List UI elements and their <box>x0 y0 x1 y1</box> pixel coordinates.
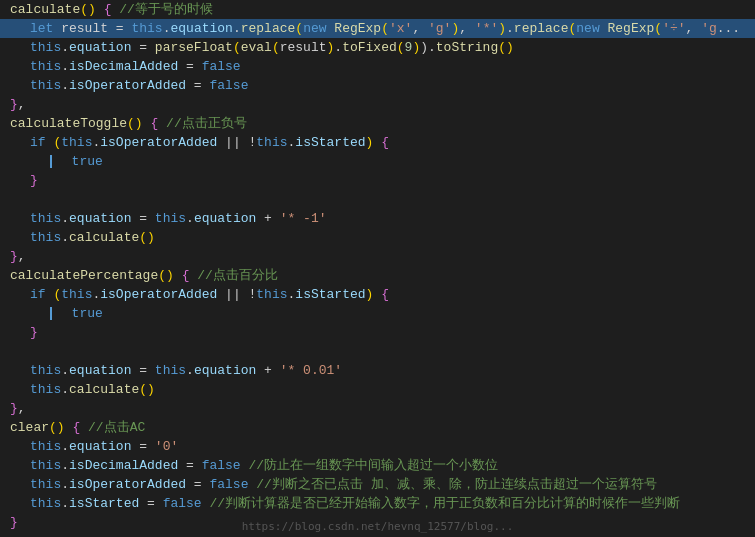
token-fn: parseFloat <box>155 40 233 55</box>
token-prop: isDecimalAdded <box>69 59 178 74</box>
token-plain <box>80 420 88 435</box>
token-plain: . <box>61 382 69 397</box>
token-str: 'g <box>701 21 717 36</box>
token-brace: } <box>10 515 18 530</box>
indent-bar <box>50 155 52 168</box>
token-kw: if <box>30 287 46 302</box>
token-this-kw: this <box>30 40 61 55</box>
token-fn: RegExp <box>608 21 655 36</box>
token-plain: , <box>18 97 26 112</box>
token-plain: || ! <box>217 287 256 302</box>
token-plain: , <box>686 21 702 36</box>
code-line: calculateToggle() { //点击正负号 <box>0 114 755 133</box>
code-line: true <box>0 304 755 323</box>
code-line: let result = this.equation.replace(new R… <box>0 19 755 38</box>
token-plain: = <box>186 78 209 93</box>
token-plain: = <box>178 59 201 74</box>
token-paren: ( <box>233 40 241 55</box>
token-this-kw: this <box>256 135 287 150</box>
token-brace: } <box>10 401 18 416</box>
token-prop: isStarted <box>69 496 139 511</box>
token-bool: true <box>72 306 103 321</box>
token-paren: ( <box>272 40 280 55</box>
token-this-kw: this <box>155 211 186 226</box>
token-plain: = <box>131 211 154 226</box>
token-bool: false <box>163 496 202 511</box>
token-brace: } <box>10 249 18 264</box>
token-fn: calculate <box>10 2 80 17</box>
token-paren: ) <box>498 21 506 36</box>
code-line: this.isOperatorAdded = false //判断之否已点击 加… <box>0 475 755 494</box>
token-plain: , <box>18 249 26 264</box>
token-this-kw: this <box>30 496 61 511</box>
token-plain <box>174 268 182 283</box>
code-line: } <box>0 323 755 342</box>
token-prop: equation <box>69 211 131 226</box>
token-plain: = <box>131 40 154 55</box>
code-line: clear() { //点击AC <box>0 418 755 437</box>
token-this-kw: this <box>30 382 61 397</box>
token-plain: = <box>131 439 154 454</box>
token-str: '*' <box>475 21 498 36</box>
token-fn: RegExp <box>334 21 381 36</box>
token-comment: //点击百分比 <box>197 268 278 283</box>
token-paren: () <box>158 268 174 283</box>
token-plain <box>600 21 608 36</box>
token-prop: isStarted <box>295 287 365 302</box>
code-container: calculate() { //等于号的时候let result = this.… <box>0 0 755 537</box>
token-fn: calculatePercentage <box>10 268 158 283</box>
code-line: calculate() { //等于号的时候 <box>0 0 755 19</box>
token-comment: //判断计算器是否已经开始输入数字，用于正负数和百分比计算的时候作一些判断 <box>209 496 680 511</box>
token-plain <box>56 306 72 321</box>
token-plain: . <box>61 78 69 93</box>
token-brace: } <box>30 325 38 340</box>
token-plain: ... <box>717 21 740 36</box>
token-prop: isOperatorAdded <box>100 287 217 302</box>
token-kw: let <box>30 21 53 36</box>
token-plain <box>56 154 72 169</box>
token-kw: if <box>30 135 46 150</box>
token-plain: || ! <box>217 135 256 150</box>
token-str: '÷' <box>662 21 685 36</box>
token-plain: . <box>61 363 69 378</box>
token-plain: . <box>506 21 514 36</box>
token-plain: result <box>53 21 115 36</box>
code-line: this.equation = '0' <box>0 437 755 456</box>
token-plain: . <box>186 211 194 226</box>
code-line <box>0 342 755 361</box>
token-prop: isStarted <box>295 135 365 150</box>
token-prop: equation <box>69 40 131 55</box>
token-paren: () <box>498 40 514 55</box>
token-str: 'x' <box>389 21 412 36</box>
code-line: }, <box>0 95 755 114</box>
token-kw: new <box>303 21 326 36</box>
token-plain <box>158 116 166 131</box>
token-prop: equation <box>69 439 131 454</box>
token-plain: . <box>61 496 69 511</box>
token-this-kw: this <box>256 287 287 302</box>
token-fn: calculateToggle <box>10 116 127 131</box>
token-paren: () <box>139 230 155 245</box>
token-this-kw: this <box>30 78 61 93</box>
token-comment: //点击AC <box>88 420 145 435</box>
token-plain: . <box>61 458 69 473</box>
code-line: this.equation = this.equation + '* -1' <box>0 209 755 228</box>
token-str: '* 0.01' <box>280 363 342 378</box>
token-this-kw: this <box>61 287 92 302</box>
code-line: if (this.isOperatorAdded || !this.isStar… <box>0 285 755 304</box>
token-brace: } <box>30 173 38 188</box>
token-plain: ). <box>420 40 436 55</box>
token-plain: . <box>61 477 69 492</box>
token-plain: , <box>412 21 428 36</box>
token-plain: = <box>139 496 162 511</box>
token-prop: equation <box>194 363 256 378</box>
token-this-kw: this <box>30 59 61 74</box>
token-fn: toFixed <box>342 40 397 55</box>
token-bool: false <box>202 59 241 74</box>
token-fn: toString <box>436 40 498 55</box>
token-brace: { <box>381 287 389 302</box>
token-comment: //判断之否已点击 加、减、乘、除，防止连续点击超过一个运算符号 <box>256 477 656 492</box>
code-line: this.isOperatorAdded = false <box>0 76 755 95</box>
token-paren: () <box>80 2 96 17</box>
token-fn: calculate <box>69 230 139 245</box>
